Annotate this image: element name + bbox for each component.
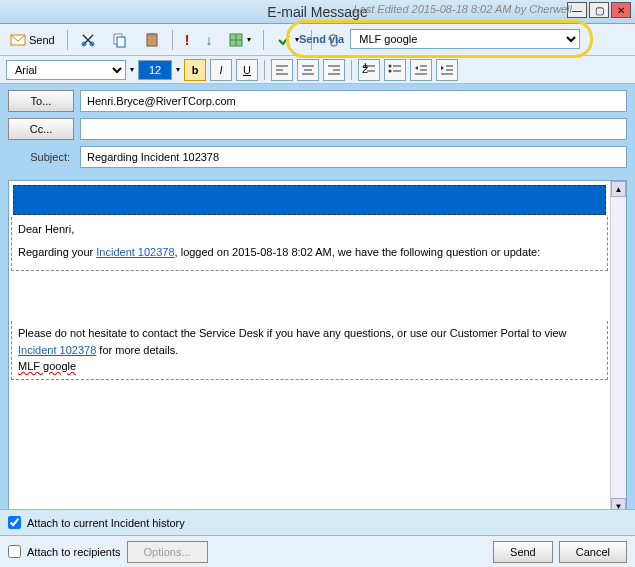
svg-rect-4 xyxy=(117,37,125,47)
outdent-icon xyxy=(414,63,428,77)
separator xyxy=(351,60,352,80)
send-via-label: Send via xyxy=(299,33,344,45)
options-bar-1: Attach to current Incident history xyxy=(0,509,635,535)
outdent-button[interactable] xyxy=(410,59,432,81)
copy-icon xyxy=(112,32,128,48)
attach-history-label: Attach to current Incident history xyxy=(27,517,185,529)
cc-button[interactable]: Cc... xyxy=(8,118,74,140)
arrow-down-icon: ↓ xyxy=(205,32,212,48)
paste-icon xyxy=(144,32,160,48)
priority-low-button[interactable]: ↓ xyxy=(199,28,218,52)
paste-button[interactable] xyxy=(138,28,166,52)
numbered-list-button[interactable]: 12 xyxy=(358,59,380,81)
to-field[interactable] xyxy=(80,90,627,112)
italic-button[interactable]: I xyxy=(210,59,232,81)
options-bar-2: Attach to recipients Options... Send Can… xyxy=(0,535,635,567)
table-icon xyxy=(228,32,244,48)
attach-history-checkbox[interactable] xyxy=(8,516,21,529)
header-fields: To... Cc... Subject: xyxy=(0,84,635,180)
envelope-icon xyxy=(10,32,26,48)
attach-recipients-checkbox[interactable] xyxy=(8,545,21,558)
cancel-button[interactable]: Cancel xyxy=(559,541,627,563)
underline-button[interactable]: U xyxy=(236,59,258,81)
incident-link-1[interactable]: Incident 102378 xyxy=(96,246,174,258)
body-para1: Regarding your Incident 102378, logged o… xyxy=(18,244,601,261)
message-body[interactable]: Dear Henri, Regarding your Incident 1023… xyxy=(9,181,610,514)
svg-point-25 xyxy=(389,69,392,72)
priority-high-button[interactable]: ! xyxy=(179,28,196,52)
align-left-icon xyxy=(275,63,289,77)
scissors-icon xyxy=(80,32,96,48)
align-center-button[interactable] xyxy=(297,59,319,81)
scroll-track[interactable] xyxy=(611,197,626,498)
options-button[interactable]: Options... xyxy=(127,541,208,563)
subject-field[interactable] xyxy=(80,146,627,168)
exclamation-icon: ! xyxy=(185,32,190,48)
message-body-container: Dear Henri, Regarding your Incident 1023… xyxy=(8,180,627,515)
separator xyxy=(263,30,264,50)
align-right-icon xyxy=(327,63,341,77)
main-toolbar: Send ! ↓ ▾ ▾ Send via MLF google xyxy=(0,24,635,56)
send-via-dropdown[interactable]: MLF google xyxy=(350,29,580,49)
bold-button[interactable]: b xyxy=(184,59,206,81)
selected-block[interactable] xyxy=(13,185,606,215)
font-family-select[interactable]: Arial xyxy=(6,60,126,80)
svg-text:2: 2 xyxy=(362,63,368,75)
align-right-button[interactable] xyxy=(323,59,345,81)
maximize-button[interactable]: ▢ xyxy=(589,2,609,18)
scroll-up-button[interactable]: ▲ xyxy=(611,181,626,197)
status-text: Last Edited 2015-08-18 8:02 AM by Cherwe… xyxy=(351,0,576,18)
svg-point-23 xyxy=(389,64,392,67)
send-label: Send xyxy=(29,34,55,46)
body-para2: Please do not hesitate to contact the Se… xyxy=(18,325,601,358)
cut-button[interactable] xyxy=(74,28,102,52)
svg-rect-6 xyxy=(149,33,155,36)
copy-button[interactable] xyxy=(106,28,134,52)
insert-button[interactable]: ▾ xyxy=(222,28,257,52)
send-via-highlight: Send via MLF google xyxy=(286,20,593,58)
separator xyxy=(172,30,173,50)
close-button[interactable]: ✕ xyxy=(611,2,631,18)
incident-link-2[interactable]: Incident 102378 xyxy=(18,344,96,356)
align-left-button[interactable] xyxy=(271,59,293,81)
subject-label: Subject: xyxy=(8,151,74,163)
vertical-scrollbar[interactable]: ▲ ▼ xyxy=(610,181,626,514)
cc-field[interactable] xyxy=(80,118,627,140)
indent-icon xyxy=(440,63,454,77)
separator xyxy=(264,60,265,80)
greeting-text: Dear Henri, xyxy=(18,221,601,238)
ol-icon: 12 xyxy=(362,63,376,77)
signature-text: MLF google xyxy=(18,358,601,375)
separator xyxy=(67,30,68,50)
format-toolbar: Arial ▾ ▾ b I U 12 xyxy=(0,56,635,84)
indent-button[interactable] xyxy=(436,59,458,81)
font-size-select[interactable] xyxy=(138,60,172,80)
bullet-list-button[interactable] xyxy=(384,59,406,81)
attach-recipients-label: Attach to recipients xyxy=(27,546,121,558)
align-center-icon xyxy=(301,63,315,77)
ul-icon xyxy=(388,63,402,77)
to-button[interactable]: To... xyxy=(8,90,74,112)
send-dialog-button[interactable]: Send xyxy=(493,541,553,563)
send-button[interactable]: Send xyxy=(4,28,61,52)
window-buttons: — ▢ ✕ xyxy=(567,2,631,18)
